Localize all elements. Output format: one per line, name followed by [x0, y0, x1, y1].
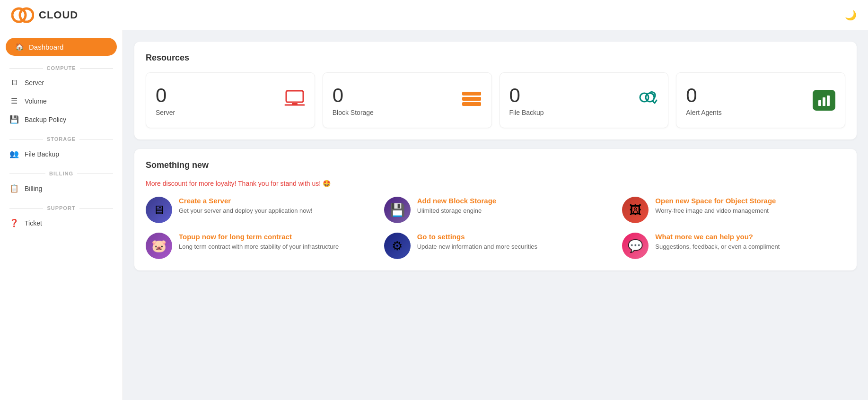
logo-area: CLOUD [11, 4, 78, 26]
sidebar-item-dashboard[interactable]: 🏠 Dashboard [6, 38, 117, 56]
svg-rect-2 [286, 91, 303, 102]
object-storage-icon: 🖼 [622, 197, 649, 223]
file-backup-label: File Backup [509, 109, 544, 116]
new-item-create-server[interactable]: 🖥 Create a Server Get your server and de… [146, 197, 369, 223]
logo-text: CLOUD [39, 9, 78, 21]
section-label-storage: STORAGE [0, 129, 123, 145]
settings-icon: ⚙ [384, 233, 411, 259]
file-backup-resource-info: 0 File Backup [509, 84, 544, 116]
topup-title: Topup now for long term contract [179, 233, 339, 241]
sidebar-item-server[interactable]: 🖥 Server [0, 74, 123, 92]
create-server-icon: 🖥 [146, 197, 172, 223]
header-right: 🌙 [845, 9, 857, 21]
volume-nav-icon: ☰ [9, 96, 19, 105]
laptop-icon [284, 90, 305, 107]
settings-desc: Update new information and more securiti… [417, 243, 537, 251]
billing-nav-label: Billing [25, 185, 42, 192]
volume-nav-label: Volume [25, 97, 47, 105]
server-nav-label: Server [25, 79, 44, 87]
resources-title: Resources [146, 53, 845, 63]
settings-title: Go to settings [417, 233, 537, 241]
svg-rect-5 [462, 92, 481, 96]
storage-icon [461, 90, 482, 107]
ticket-nav-label: Ticket [25, 219, 42, 227]
sidebar-item-file-backup[interactable]: 👥 File Backup [0, 145, 123, 163]
block-storage-resource-info: 0 Block Storage [333, 84, 374, 116]
add-block-storage-icon: 💾 [384, 197, 411, 223]
sidebar: 🏠 Dashboard COMPUTE 🖥 Server ☰ Volume 💾 … [0, 30, 123, 400]
billing-nav-icon: 📋 [9, 184, 19, 193]
server-label: Server [156, 109, 175, 116]
topup-content: Topup now for long term contract Long te… [179, 233, 339, 251]
svg-rect-4 [292, 103, 298, 105]
cloud-logo-icon [11, 4, 34, 26]
svg-rect-6 [462, 97, 481, 101]
resources-section: Resources 0 Server [134, 42, 857, 139]
svg-point-9 [646, 93, 654, 102]
server-resource-info: 0 Server [156, 84, 175, 116]
new-item-object-storage[interactable]: 🖼 Open new Space for Object Storage Worr… [622, 197, 845, 223]
dashboard-label: Dashboard [29, 43, 63, 51]
sidebar-item-backup-policy[interactable]: 💾 Backup Policy [0, 110, 123, 129]
create-server-title: Create a Server [179, 197, 313, 205]
help-title: What more we can help you? [655, 233, 780, 241]
section-label-compute: COMPUTE [0, 58, 123, 74]
section-label-support: SUPPORT [0, 198, 123, 214]
layout: 🏠 Dashboard COMPUTE 🖥 Server ☰ Volume 💾 … [0, 30, 868, 400]
backup-policy-nav-label: Backup Policy [25, 116, 66, 123]
something-new-section: Something new More discount for more loy… [134, 149, 857, 270]
object-storage-title: Open new Space for Object Storage [655, 197, 776, 205]
block-storage-label: Block Storage [333, 109, 374, 116]
resource-item-file-backup[interactable]: 0 File Backup [500, 72, 669, 128]
topup-icon: 🐷 [146, 233, 172, 259]
resource-item-server[interactable]: 0 Server [146, 72, 315, 128]
file-backup-count: 0 [509, 84, 544, 107]
help-content: What more we can help you? Suggestions, … [655, 233, 780, 251]
topup-desc: Long term contract with more stability o… [179, 243, 339, 251]
new-item-topup[interactable]: 🐷 Topup now for long term contract Long … [146, 233, 369, 259]
svg-rect-7 [462, 102, 481, 106]
something-new-title: Something new [146, 160, 845, 170]
promo-text: More discount for more loyalty! Thank yo… [146, 180, 845, 187]
resource-item-alert-agents[interactable]: 0 Alert Agents [676, 72, 845, 128]
home-icon: 🏠 [15, 43, 24, 51]
add-block-storage-title: Add new Block Storage [417, 197, 497, 205]
top-header: CLOUD 🌙 [0, 0, 868, 30]
svg-rect-10 [818, 100, 821, 106]
main-content: Resources 0 Server [123, 30, 868, 400]
settings-content: Go to settings Update new information an… [417, 233, 537, 251]
resources-grid: 0 Server 0 Block Stor [146, 72, 845, 128]
chart-bar-icon [817, 94, 831, 107]
object-storage-content: Open new Space for Object Storage Worry-… [655, 197, 776, 215]
svg-rect-11 [823, 97, 825, 106]
new-item-settings[interactable]: ⚙ Go to settings Update new information … [384, 233, 607, 259]
new-item-add-block-storage[interactable]: 💾 Add new Block Storage Ulimited storage… [384, 197, 607, 223]
add-block-storage-desc: Ulimited storage engine [417, 207, 497, 215]
file-backup-nav-icon: 👥 [9, 149, 19, 158]
sidebar-item-billing[interactable]: 📋 Billing [0, 179, 123, 198]
add-block-storage-content: Add new Block Storage Ulimited storage e… [417, 197, 497, 215]
alert-agents-resource-icon [813, 90, 835, 111]
server-resource-icon [284, 90, 305, 111]
file-backup-nav-label: File Backup [25, 150, 59, 158]
object-storage-desc: Worry-free image and video management [655, 207, 776, 215]
backup-policy-nav-icon: 💾 [9, 115, 19, 124]
help-icon: 💬 [622, 233, 649, 259]
block-storage-count: 0 [333, 84, 374, 107]
section-label-billing: BILLING [0, 163, 123, 179]
server-nav-icon: 🖥 [9, 78, 19, 87]
alert-agents-resource-info: 0 Alert Agents [686, 84, 722, 116]
svg-rect-12 [827, 96, 830, 106]
alert-agents-label: Alert Agents [686, 109, 722, 116]
file-backup-resource-icon [636, 89, 658, 112]
alert-agents-count: 0 [686, 84, 722, 107]
sidebar-item-ticket[interactable]: ❓ Ticket [0, 214, 123, 232]
sidebar-item-volume[interactable]: ☰ Volume [0, 92, 123, 110]
server-count: 0 [156, 84, 175, 107]
backup-icon [636, 89, 658, 108]
moon-icon[interactable]: 🌙 [845, 9, 857, 21]
resource-item-block-storage[interactable]: 0 Block Storage [323, 72, 492, 128]
help-desc: Suggestions, feedback, or even a complim… [655, 243, 780, 251]
new-item-help[interactable]: 💬 What more we can help you? Suggestions… [622, 233, 845, 259]
new-items-grid: 🖥 Create a Server Get your server and de… [146, 197, 845, 259]
